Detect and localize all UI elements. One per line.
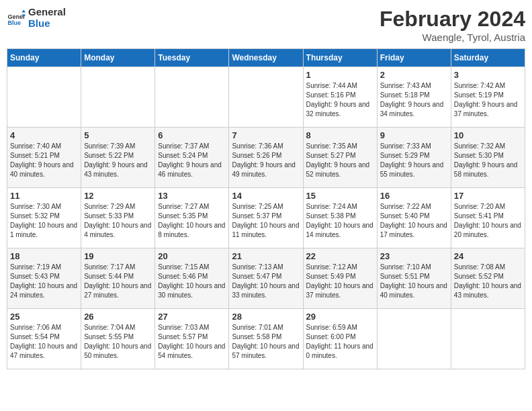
svg-text:Blue: Blue	[7, 19, 21, 26]
day-number: 7	[232, 130, 300, 140]
calendar-cell	[7, 67, 81, 128]
day-header: Friday	[377, 49, 451, 67]
day-number: 6	[158, 130, 226, 140]
day-number: 24	[454, 251, 522, 261]
day-info: Sunrise: 7:12 AMSunset: 5:49 PMDaylight:…	[306, 263, 374, 300]
day-info: Sunrise: 7:44 AMSunset: 5:16 PMDaylight:…	[306, 81, 374, 119]
calendar-cell: 15Sunrise: 7:24 AMSunset: 5:38 PMDayligh…	[303, 188, 377, 248]
day-header: Saturday	[451, 49, 525, 67]
day-header: Wednesday	[229, 49, 303, 67]
day-info: Sunrise: 6:59 AMSunset: 6:00 PMDaylight:…	[306, 323, 374, 361]
calendar-header-row: SundayMondayTuesdayWednesdayThursdayFrid…	[7, 49, 525, 67]
day-info: Sunrise: 7:03 AMSunset: 5:57 PMDaylight:…	[158, 323, 226, 361]
day-number: 12	[84, 191, 152, 201]
month-title: February 2024	[380, 7, 525, 32]
day-number: 5	[84, 130, 152, 140]
day-number: 17	[454, 191, 522, 201]
calendar-cell: 20Sunrise: 7:15 AMSunset: 5:46 PMDayligh…	[155, 248, 229, 309]
day-info: Sunrise: 7:33 AMSunset: 5:29 PMDaylight:…	[380, 142, 448, 179]
day-number: 15	[306, 191, 374, 201]
day-info: Sunrise: 7:24 AMSunset: 5:38 PMDaylight:…	[306, 202, 374, 240]
day-info: Sunrise: 7:15 AMSunset: 5:46 PMDaylight:…	[158, 263, 226, 300]
day-info: Sunrise: 7:13 AMSunset: 5:47 PMDaylight:…	[232, 263, 300, 300]
calendar-cell: 25Sunrise: 7:06 AMSunset: 5:54 PMDayligh…	[7, 309, 81, 369]
day-info: Sunrise: 7:06 AMSunset: 5:54 PMDaylight:…	[10, 323, 78, 361]
day-info: Sunrise: 7:35 AMSunset: 5:27 PMDaylight:…	[306, 142, 374, 179]
calendar-cell: 11Sunrise: 7:30 AMSunset: 5:32 PMDayligh…	[7, 188, 81, 248]
day-info: Sunrise: 7:42 AMSunset: 5:19 PMDaylight:…	[454, 81, 522, 119]
day-info: Sunrise: 7:20 AMSunset: 5:41 PMDaylight:…	[454, 202, 522, 240]
day-number: 25	[10, 312, 78, 322]
calendar-cell	[377, 309, 451, 369]
calendar-cell: 23Sunrise: 7:10 AMSunset: 5:51 PMDayligh…	[377, 248, 451, 309]
calendar-cell: 13Sunrise: 7:27 AMSunset: 5:35 PMDayligh…	[155, 188, 229, 248]
calendar-cell: 10Sunrise: 7:32 AMSunset: 5:30 PMDayligh…	[451, 128, 525, 188]
calendar-cell: 26Sunrise: 7:04 AMSunset: 5:55 PMDayligh…	[81, 309, 155, 369]
calendar-cell: 1Sunrise: 7:44 AMSunset: 5:16 PMDaylight…	[303, 67, 377, 128]
day-info: Sunrise: 7:39 AMSunset: 5:22 PMDaylight:…	[84, 142, 152, 179]
day-number: 2	[380, 70, 448, 80]
calendar-cell: 28Sunrise: 7:01 AMSunset: 5:58 PMDayligh…	[229, 309, 303, 369]
day-info: Sunrise: 7:37 AMSunset: 5:24 PMDaylight:…	[158, 142, 226, 179]
day-number: 22	[306, 251, 374, 261]
day-number: 9	[380, 130, 448, 140]
logo: General Blue General Blue	[7, 7, 66, 29]
day-info: Sunrise: 7:32 AMSunset: 5:30 PMDaylight:…	[454, 142, 522, 179]
calendar-cell	[155, 67, 229, 128]
day-header: Tuesday	[155, 49, 229, 67]
calendar-body: 1Sunrise: 7:44 AMSunset: 5:16 PMDaylight…	[7, 67, 525, 369]
day-info: Sunrise: 7:17 AMSunset: 5:44 PMDaylight:…	[84, 263, 152, 300]
day-number: 3	[454, 70, 522, 80]
day-number: 29	[306, 312, 374, 322]
day-info: Sunrise: 7:10 AMSunset: 5:51 PMDaylight:…	[380, 263, 448, 300]
calendar-cell: 24Sunrise: 7:08 AMSunset: 5:52 PMDayligh…	[451, 248, 525, 309]
day-info: Sunrise: 7:27 AMSunset: 5:35 PMDaylight:…	[158, 202, 226, 240]
day-info: Sunrise: 7:22 AMSunset: 5:40 PMDaylight:…	[380, 202, 448, 240]
day-info: Sunrise: 7:04 AMSunset: 5:55 PMDaylight:…	[84, 323, 152, 361]
calendar-cell: 4Sunrise: 7:40 AMSunset: 5:21 PMDaylight…	[7, 128, 81, 188]
calendar-cell: 5Sunrise: 7:39 AMSunset: 5:22 PMDaylight…	[81, 128, 155, 188]
day-number: 13	[158, 191, 226, 201]
header: General Blue General Blue February 2024 …	[7, 7, 525, 43]
calendar-cell: 2Sunrise: 7:43 AMSunset: 5:18 PMDaylight…	[377, 67, 451, 128]
svg-marker-2	[21, 9, 26, 12]
calendar-cell: 22Sunrise: 7:12 AMSunset: 5:49 PMDayligh…	[303, 248, 377, 309]
calendar-cell: 12Sunrise: 7:29 AMSunset: 5:33 PMDayligh…	[81, 188, 155, 248]
day-number: 26	[84, 312, 152, 322]
calendar-week-row: 25Sunrise: 7:06 AMSunset: 5:54 PMDayligh…	[7, 309, 525, 369]
day-number: 10	[454, 130, 522, 140]
day-number: 20	[158, 251, 226, 261]
day-number: 28	[232, 312, 300, 322]
day-info: Sunrise: 7:25 AMSunset: 5:37 PMDaylight:…	[232, 202, 300, 240]
day-number: 16	[380, 191, 448, 201]
logo-icon: General Blue	[7, 9, 26, 28]
day-number: 23	[380, 251, 448, 261]
day-number: 19	[84, 251, 152, 261]
day-number: 8	[306, 130, 374, 140]
calendar-cell: 3Sunrise: 7:42 AMSunset: 5:19 PMDaylight…	[451, 67, 525, 128]
day-header: Thursday	[303, 49, 377, 67]
day-info: Sunrise: 7:19 AMSunset: 5:43 PMDaylight:…	[10, 263, 78, 300]
calendar-cell: 16Sunrise: 7:22 AMSunset: 5:40 PMDayligh…	[377, 188, 451, 248]
calendar-table: SundayMondayTuesdayWednesdayThursdayFrid…	[7, 48, 525, 369]
calendar-week-row: 11Sunrise: 7:30 AMSunset: 5:32 PMDayligh…	[7, 188, 525, 248]
location-title: Waengle, Tyrol, Austria	[380, 32, 525, 43]
day-number: 1	[306, 70, 374, 80]
calendar-cell: 19Sunrise: 7:17 AMSunset: 5:44 PMDayligh…	[81, 248, 155, 309]
logo-line2: Blue	[28, 18, 66, 30]
day-number: 21	[232, 251, 300, 261]
calendar-cell: 18Sunrise: 7:19 AMSunset: 5:43 PMDayligh…	[7, 248, 81, 309]
calendar-cell: 8Sunrise: 7:35 AMSunset: 5:27 PMDaylight…	[303, 128, 377, 188]
calendar-cell	[81, 67, 155, 128]
day-number: 14	[232, 191, 300, 201]
day-info: Sunrise: 7:30 AMSunset: 5:32 PMDaylight:…	[10, 202, 78, 240]
calendar-cell: 9Sunrise: 7:33 AMSunset: 5:29 PMDaylight…	[377, 128, 451, 188]
day-info: Sunrise: 7:08 AMSunset: 5:52 PMDaylight:…	[454, 263, 522, 300]
title-area: February 2024 Waengle, Tyrol, Austria	[380, 7, 525, 43]
day-number: 27	[158, 312, 226, 322]
day-number: 18	[10, 251, 78, 261]
day-info: Sunrise: 7:36 AMSunset: 5:26 PMDaylight:…	[232, 142, 300, 179]
day-info: Sunrise: 7:29 AMSunset: 5:33 PMDaylight:…	[84, 202, 152, 240]
day-info: Sunrise: 7:40 AMSunset: 5:21 PMDaylight:…	[10, 142, 78, 179]
day-info: Sunrise: 7:01 AMSunset: 5:58 PMDaylight:…	[232, 323, 300, 361]
